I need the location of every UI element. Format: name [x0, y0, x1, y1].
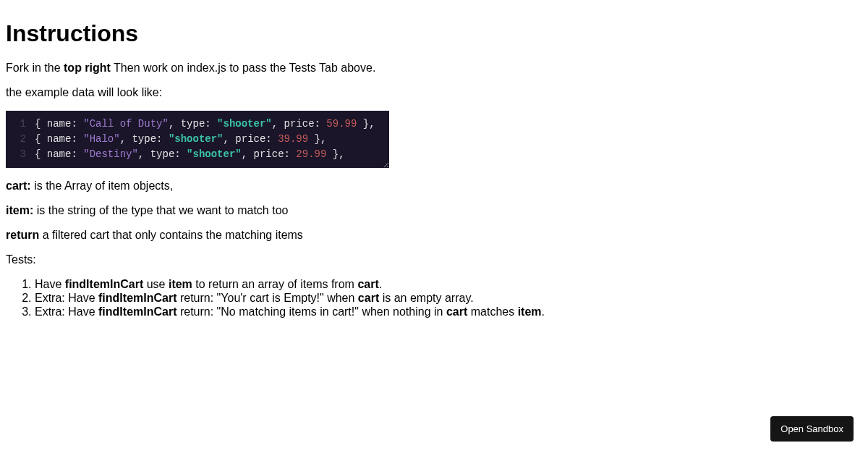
line-number: 2	[13, 132, 26, 147]
code-example[interactable]: 1{ name: "Call of Duty", type: "shooter"…	[6, 111, 389, 168]
text: to return an array of items from	[192, 278, 358, 290]
text: is an empty array.	[379, 292, 473, 304]
text-bold: findItemInCart	[98, 305, 176, 318]
text: .	[542, 305, 545, 318]
list-item: Extra: Have findItemInCart return: "You'…	[35, 292, 862, 305]
text-bold: top right	[64, 62, 111, 74]
tests-heading: Tests:	[6, 253, 862, 266]
text-bold: findItemInCart	[65, 278, 143, 290]
definition-return: return a filtered cart that only contain…	[6, 229, 862, 242]
term: item:	[6, 204, 33, 216]
text: Then work on index.js to pass the Tests …	[111, 62, 375, 74]
text: return: "No matching items in cart!" whe…	[176, 305, 446, 318]
text: Extra: Have	[35, 292, 98, 304]
term: return	[6, 229, 39, 241]
text: Have	[35, 278, 65, 290]
list-item: Extra: Have findItemInCart return: "No m…	[35, 305, 862, 318]
definition-item: item: is the string of the type that we …	[6, 204, 862, 217]
text-bold: cart	[358, 292, 379, 304]
intro-paragraph: Fork in the top right Then work on index…	[6, 62, 862, 75]
text: Fork in the	[6, 62, 64, 74]
code-line: 1{ name: "Call of Duty", type: "shooter"…	[13, 117, 382, 132]
definition-text: is the Array of item objects,	[31, 180, 174, 192]
tests-list: Have findItemInCart use item to return a…	[6, 278, 862, 318]
text: Extra: Have	[35, 305, 98, 318]
definition-cart: cart: is the Array of item objects,	[6, 180, 862, 193]
code-line: 3{ name: "Destiny", type: "shooter", pri…	[13, 147, 382, 162]
list-item: Have findItemInCart use item to return a…	[35, 278, 862, 291]
page-title: Instructions	[6, 20, 862, 47]
text-bold: cart	[446, 305, 467, 318]
term: cart:	[6, 180, 31, 192]
definition-text: a filtered cart that only contains the m…	[39, 229, 303, 241]
text-bold: findItemInCart	[98, 292, 176, 304]
text: return: "You'r cart is Empty!" when	[176, 292, 357, 304]
line-number: 1	[13, 117, 26, 132]
text: matches	[467, 305, 517, 318]
definition-text: is the string of the type that we want t…	[33, 204, 288, 216]
text: use	[143, 278, 169, 290]
text-bold: item	[518, 305, 542, 318]
text-bold: item	[169, 278, 192, 290]
text: .	[379, 278, 382, 290]
code-line: 2{ name: "Halo", type: "shooter", price:…	[13, 132, 382, 147]
open-sandbox-button[interactable]: Open Sandbox	[770, 416, 854, 442]
line-number: 3	[13, 147, 26, 162]
text-bold: cart	[357, 278, 378, 290]
example-intro: the example data will look like:	[6, 86, 862, 99]
